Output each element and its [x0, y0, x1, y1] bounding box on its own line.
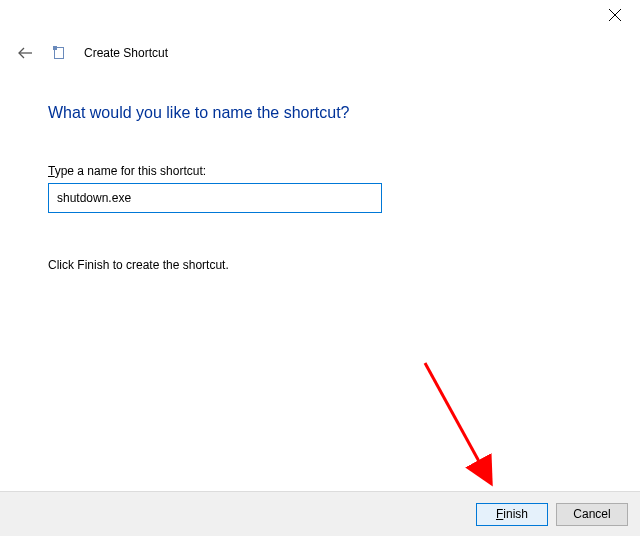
label-text: ype a name for this shortcut:	[55, 164, 206, 178]
shortcut-name-input[interactable]	[48, 183, 382, 213]
wizard-footer: Finish Cancel	[0, 491, 640, 536]
page-heading: What would you like to name the shortcut…	[48, 104, 350, 122]
svg-line-4	[425, 363, 487, 476]
label-accelerator: T	[48, 164, 55, 178]
back-button[interactable]	[16, 44, 34, 62]
close-button[interactable]	[608, 8, 622, 22]
annotation-arrow	[415, 358, 505, 488]
shortcut-name-label: Type a name for this shortcut:	[48, 164, 206, 178]
wizard-title: Create Shortcut	[84, 46, 168, 60]
cancel-label: Cancel	[573, 507, 610, 521]
close-icon	[608, 8, 622, 22]
arrow-left-icon	[16, 44, 34, 62]
finish-label-rest: inish	[503, 507, 528, 521]
cancel-button[interactable]: Cancel	[556, 503, 628, 526]
shortcut-wizard-icon	[52, 46, 66, 60]
wizard-header: Create Shortcut	[16, 44, 168, 62]
instruction-text: Click Finish to create the shortcut.	[48, 258, 229, 272]
finish-button[interactable]: Finish	[476, 503, 548, 526]
